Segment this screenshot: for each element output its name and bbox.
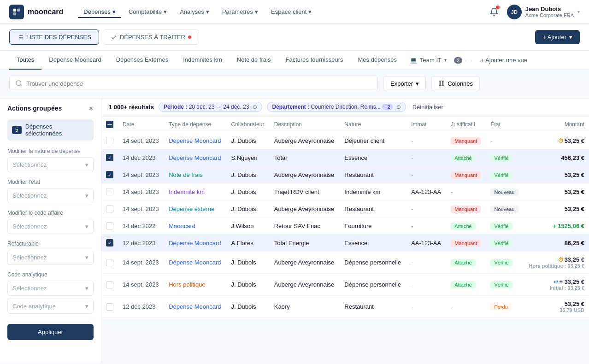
tabs-row: Toutes Dépense Mooncard Dépenses Externe… [0,51,589,70]
justificatif-cell: Attaché [446,149,486,166]
date-cell: 12 déc 2023 [118,235,164,252]
justificatif-badge: Manquant [451,171,481,179]
etat-cell: Vérifié [486,217,523,235]
sidebar: Actions groupées ✕ 5 Dépenses sélectionn… [0,97,101,363]
unread-dot [188,35,191,39]
row-checkbox[interactable] [106,137,113,144]
nav-espace-client[interactable]: Espace client ▾ [265,6,317,18]
row-check-cell: ✓ [101,235,118,252]
add-button[interactable]: + Ajouter ▾ [535,30,580,44]
code-affaire-select[interactable]: Sélectionnez ▾ [7,219,94,234]
type-cell: Dépense Mooncard [164,149,226,166]
row-checkbox[interactable] [106,259,113,266]
row-checkbox[interactable] [106,281,113,288]
user-menu[interactable]: JD Jean Dubois Acme Corporate FRA ▾ [507,5,580,19]
code-analytique-select-2[interactable]: Code analytique ▾ [7,299,94,314]
expense-type[interactable]: Dépense Mooncard [169,154,221,161]
notification-button[interactable] [487,5,501,19]
tab-depenses-externes[interactable]: Dépenses Externes [109,51,176,70]
etat-badge: Vérifié [490,171,512,179]
tab-toutes[interactable]: Toutes [9,51,41,70]
form-code-affaire-label: Modifier le code affaire [7,210,94,216]
expense-type[interactable]: Dépense Mooncard [169,240,221,247]
nav-parametres[interactable]: Paramètres ▾ [217,6,264,18]
nav-comptabilite[interactable]: Comptabilité ▾ [123,6,172,18]
tab-depense-mooncard[interactable]: Dépense Mooncard [41,51,108,70]
justificatif-badge: Attaché [451,154,475,162]
etat-cell: Nouveau [486,200,523,217]
tab-team[interactable]: 💻 Team IT ▾ [404,52,452,68]
table-row: ✓ 14 déc 2023 Dépense Mooncard S.Nguyen … [101,149,589,166]
nav-analyses[interactable]: Analyses ▾ [174,6,215,18]
clock-icon: ⏱ [558,138,564,144]
col-nature: Nature [340,117,406,132]
reset-button[interactable]: Réinitialiser [412,104,443,111]
expense-type[interactable]: Mooncard [169,223,195,229]
period-filter-remove[interactable]: ⊙ [253,104,257,110]
dept-filter-remove[interactable]: ⊙ [396,104,401,110]
period-filter-chip[interactable]: Période : 20 déc. 23 → 24 déc. 23 ⊙ [159,102,262,112]
dept-filter-chip[interactable]: Département : Courrière Direction, Reims… [267,102,406,112]
tab-depenses-traiter[interactable]: DÉPENSES À TRAITER [103,29,199,45]
row-checkbox[interactable] [106,205,113,212]
collaborateur-cell: J.Wilson [226,217,269,235]
results-count: 1 000+ résultats [109,104,154,111]
logo-icon [9,5,24,19]
notification-dot [496,6,500,9]
etat-select[interactable]: Sélectionnez ▾ [7,188,94,203]
apply-button[interactable]: Appliquer [7,324,94,340]
justificatif-cell: Attaché [446,217,486,235]
refacturable-select[interactable]: Sélectionnez ▾ [7,250,94,265]
logo[interactable]: mooncard [9,5,63,19]
chevron-down-icon: ▾ [255,8,258,15]
expense-type[interactable]: Indemnité km [169,188,205,195]
tab-nav-next[interactable]: › [470,58,473,63]
tab-note-frais[interactable]: Note de frais [230,51,278,70]
form-code-analytique: Code analytique Sélectionnez ▾ Code anal… [7,271,94,314]
type-cell: Hors politique [164,274,226,296]
expense-type[interactable]: Note de frais [169,171,203,178]
form-code-analytique-label: Code analytique [7,271,94,278]
col-collaborateur: Collaborateur [226,117,269,132]
expense-type[interactable]: Dépense externe [169,205,214,212]
tab-factures-fournisseurs[interactable]: Factures fournisseurs [278,51,350,70]
row-checkbox[interactable] [106,222,113,229]
expense-type[interactable]: Dépense Mooncard [169,303,221,310]
justificatif-badge: Attaché [451,281,475,288]
tab-mes-depenses[interactable]: Mes dépenses [350,51,404,70]
tab-nav-prev[interactable]: ‹ [464,58,468,63]
columns-button[interactable]: Colonnes [431,76,480,91]
nature-select[interactable]: Sélectionnez ▾ [7,157,94,172]
amount-value: + 1525,06 € [553,223,584,229]
etat-cell: Vérifié [486,274,523,296]
row-checkbox[interactable]: ✓ [106,171,113,178]
expense-type[interactable]: Dépense Mooncard [169,259,221,266]
description-cell: Total [270,149,340,166]
tab-indemnites-km[interactable]: Indemnités km [176,51,230,70]
tab-liste-depenses[interactable]: LISTE DES DÉPENSES [9,29,99,45]
add-view-button[interactable]: + Ajouter une vue [477,52,531,68]
period-label: Période : 20 déc. 23 → 24 déc. 23 [164,104,249,110]
nav-depenses[interactable]: Dépenses ▾ [78,6,121,18]
close-sidebar-button[interactable]: ✕ [88,105,94,112]
expense-type[interactable]: Dépense Mooncard [169,137,221,144]
select-all-checkbox[interactable]: — [106,121,113,128]
nature-cell: Dépense personnelle [340,274,406,296]
header: mooncard Dépenses ▾ Comptabilité ▾ Analy… [0,0,589,24]
expense-type[interactable]: Hors politique [169,281,206,288]
svg-point-9 [16,81,21,86]
row-checkbox[interactable] [106,188,113,195]
chevron-down-icon: ▾ [85,303,88,310]
description-cell: Auberge Aveyronnaise [270,166,340,183]
row-checkbox[interactable]: ✓ [106,239,113,247]
description-cell: Trajet RDV client [270,183,340,200]
amount-cell: 53,25 €35,79 USD [524,296,589,318]
row-checkbox[interactable] [106,303,113,311]
type-cell: Mooncard [164,217,226,235]
form-refacturable: Refacturable Sélectionnez ▾ [7,241,94,265]
nature-cell: Essence [340,235,406,252]
search-input[interactable] [26,80,372,87]
code-analytique-select[interactable]: Sélectionnez ▾ [7,281,94,296]
export-button[interactable]: Exporter ▾ [383,76,426,91]
row-checkbox[interactable]: ✓ [106,154,113,161]
